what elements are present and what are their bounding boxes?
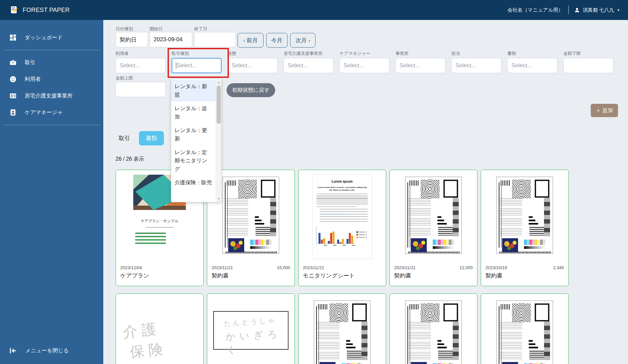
document-card[interactable]: [298, 293, 386, 364]
sidebar-item-users[interactable]: 利用者: [0, 71, 103, 88]
document-title: 契約書: [485, 272, 502, 279]
home-care-office-filter-select[interactable]: Select...: [284, 58, 333, 73]
document-meta: 2023/11/21 12,000: [394, 265, 473, 270]
next-month-button[interactable]: 次月 ›: [290, 33, 315, 48]
start-date-input[interactable]: 2023-09-04: [150, 32, 192, 47]
user-name: 須真都 七八九: [583, 7, 614, 13]
date-type-value: 契約日: [120, 36, 137, 44]
staff-filter-label: 担当: [451, 51, 460, 57]
document-date: 2023/10/19: [485, 265, 507, 270]
document-thumbnail-handwritten-kaigo: 介護 保険: [122, 318, 168, 363]
document-filter-select[interactable]: Select...: [507, 58, 557, 73]
user-filter-label: 利用者: [116, 51, 129, 57]
document-title: モニタリングシート: [303, 272, 355, 279]
handwritten-line: 介護: [122, 318, 166, 342]
text-line-placeholder: [316, 207, 356, 207]
add-button[interactable]: ＋ 追加: [591, 104, 618, 117]
sidebar-item-label: ケアマネージャ: [25, 109, 63, 116]
document-thumbnail-testchart: [314, 300, 370, 364]
select-placeholder: Select...: [177, 62, 197, 69]
care-manager-filter-select[interactable]: Select...: [339, 58, 389, 73]
document-card[interactable]: Lorem ipsum Lorem ipsum dolor sit amet, …: [298, 170, 386, 286]
select-placeholder: Select...: [511, 62, 532, 69]
document-card[interactable]: たんとうしゃ かいぎろく: [207, 293, 295, 364]
document-date: 2023/11/21: [212, 265, 233, 270]
document-card[interactable]: 2023/11/21 12,000 契約書: [389, 170, 477, 286]
dropdown-option-rental-new[interactable]: レンタル：新規: [171, 80, 216, 101]
document-meta: 2023/11/21 15,000: [212, 265, 290, 270]
legend-entry: Column 2: [356, 233, 368, 236]
sidebar-item-transactions[interactable]: 取引: [0, 54, 103, 71]
document-date: 2023/11/21: [394, 265, 415, 270]
sidebar-item-label: 利用者: [25, 76, 41, 83]
legend-entry: Column 1: [356, 231, 368, 233]
document-card[interactable]: 2023/10/19 2,345 契約書: [481, 170, 569, 286]
company-name: 会社名（マニュアル用）: [508, 7, 563, 13]
start-date-value: 2023-09-04: [154, 36, 183, 43]
transaction-type-dropdown: レンタル：新規 レンタル：追加 レンタル：更新 レンタル：定期モニタリング 介護…: [171, 79, 222, 202]
this-month-button[interactable]: 今月: [266, 33, 288, 48]
document-meta: 2023/10/19 2,345: [485, 265, 564, 270]
app-title: FOREST PAPER: [23, 7, 70, 14]
document-filter-label: 書類: [507, 51, 516, 57]
document-amount: 2,345: [553, 265, 564, 270]
user-filter-select[interactable]: Select...: [116, 58, 166, 73]
office-filter-select[interactable]: Select...: [395, 58, 445, 73]
amount-max-input[interactable]: [116, 82, 166, 97]
dropdown-option-kaigohoken-sale[interactable]: 介護保険：販売: [171, 176, 216, 189]
dropdown-option-rental-renew[interactable]: レンタル：更新: [171, 123, 216, 145]
app-logo[interactable]: FOREST PAPER: [10, 6, 70, 14]
date-type-label: 日付種別: [116, 26, 133, 32]
legend-entry: Column 3: [356, 236, 368, 239]
document-card[interactable]: [481, 293, 569, 364]
dashboard-grid-icon: [9, 34, 17, 41]
sidebar-item-care-manager[interactable]: ケアマネージャ: [0, 104, 103, 121]
sidebar-item-dashboard[interactable]: ダッシュボード: [0, 29, 103, 46]
header-right: 会社名（マニュアル用） 須真都 七八九 ▾: [508, 6, 619, 14]
app-root: FOREST PAPER 会社名（マニュアル用） 須真都 七八九 ▾ ダッシュボ…: [0, 0, 628, 364]
dropdown-scrollbar[interactable]: ▲ ▼: [216, 79, 221, 202]
document-thumbnail-testchart: [223, 177, 279, 254]
document-card[interactable]: [389, 293, 477, 364]
staff-filter-select[interactable]: Select...: [451, 58, 501, 73]
sidebar-item-home-care-office[interactable]: 居宅介護支援事業所: [0, 88, 103, 104]
text-line-placeholder: [146, 227, 174, 228]
this-month-label: 今月: [271, 37, 283, 44]
prev-month-button[interactable]: ‹ 前月: [238, 33, 264, 48]
document-title: 契約書: [394, 272, 411, 279]
tab-transactions[interactable]: 取引: [119, 134, 130, 142]
document-thumbnail-testchart: [405, 177, 462, 254]
document-title: 契約書: [212, 272, 229, 279]
dropdown-option-rental-add[interactable]: レンタル：追加: [171, 101, 216, 123]
document-amount: 12,000: [459, 265, 473, 270]
header-divider: [568, 6, 569, 14]
date-type-select[interactable]: 契約日: [116, 32, 148, 47]
careplan-sample-title: ケアプラン・サンプル: [133, 219, 186, 224]
bullet-lines-placeholder: [320, 209, 368, 224]
status-filter-select[interactable]: Select...: [228, 58, 278, 73]
text-lines-placeholder: [135, 233, 166, 245]
cover-shape-brown: [133, 206, 186, 210]
result-count: 26 / 26 表示: [116, 156, 144, 163]
amount-min-input[interactable]: [563, 58, 613, 73]
scroll-up-icon[interactable]: ▲: [216, 80, 222, 85]
mini-chart-legend: Column 1 Column 2 Column 3: [356, 227, 368, 239]
scroll-down-icon[interactable]: ▼: [216, 196, 222, 201]
handwritten-line: たんとうしゃ: [224, 315, 288, 328]
close-menu-button[interactable]: メニューを閉じる: [0, 343, 103, 358]
document-card[interactable]: 介護 保険: [116, 293, 204, 364]
user-menu[interactable]: 須真都 七八九 ▾: [574, 7, 619, 13]
sidebar: ダッシュボード 取引 利用者 居宅介護支援事業所 ケアマネージャ メニューを閉じ…: [0, 20, 103, 364]
document-title: ケアプラン: [120, 272, 149, 279]
end-date-input[interactable]: [194, 32, 236, 47]
select-placeholder: Select...: [455, 62, 476, 69]
reset-filters-button[interactable]: 初期状態に戻す: [227, 83, 275, 97]
link-line-placeholder: [320, 214, 348, 214]
transaction-type-filter-select[interactable]: Select...: [172, 58, 222, 73]
sidebar-item-label: 取引: [25, 59, 35, 66]
user-icon: [574, 7, 580, 13]
document-meta: 2023/12/04: [120, 265, 199, 270]
scrollbar-thumb[interactable]: [217, 86, 221, 124]
tab-documents[interactable]: 書類: [139, 131, 164, 145]
dropdown-option-rental-monitoring[interactable]: レンタル：定期モニタリング: [171, 145, 216, 176]
